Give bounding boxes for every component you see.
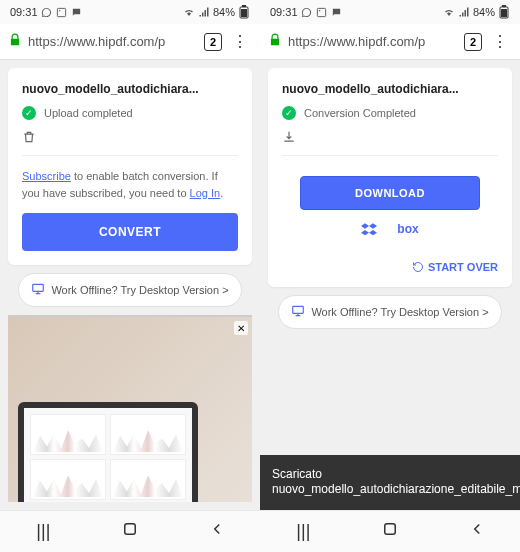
svg-rect-11 [502,5,506,7]
toast-text: Scaricato nuovo_modello_autodichiarazion… [272,467,520,498]
offline-pill[interactable]: Work Offline? Try Desktop Version > [278,295,501,329]
signal-icon [458,6,470,18]
upload-card: nuovo_modello_autodichiara... ✓ Upload c… [8,68,252,265]
chat-icon [331,6,343,18]
check-icon: ✓ [22,106,36,120]
start-over-button[interactable]: START OVER [282,261,498,273]
svg-rect-13 [385,524,396,535]
tab-count[interactable]: 2 [204,33,222,51]
url-text[interactable]: https://www.hipdf.com/p [288,34,458,49]
home-button[interactable] [370,520,410,543]
url-text[interactable]: https://www.hipdf.com/p [28,34,198,49]
content-area: nuovo_modello_autodichiara... ✓ Upload c… [0,60,260,510]
nav-bar: ||| [0,510,260,552]
svg-rect-3 [241,9,247,17]
svg-rect-10 [501,9,507,17]
phone-right: 09:31 84% htt [260,0,520,552]
offline-text: Work Offline? Try Desktop Version > [51,284,228,296]
battery-icon [238,6,250,18]
svg-point-8 [319,9,320,10]
browser-bar: https://www.hipdf.com/p 2 ⋮ [260,24,520,60]
status-time: 09:31 [10,6,38,18]
filename: nuovo_modello_autodichiara... [22,82,238,96]
chat-icon [71,6,83,18]
close-icon[interactable]: ✕ [234,321,248,335]
recent-apps-button[interactable]: ||| [283,521,323,542]
desktop-icon [291,304,305,320]
image-icon [316,6,328,18]
trash-icon[interactable] [22,130,238,147]
lock-icon [8,33,22,50]
wifi-icon [443,6,455,18]
image-icon [56,6,68,18]
subscribe-text: Subscribe to enable batch conversion. If… [22,168,238,201]
wifi-icon [183,6,195,18]
download-icon[interactable] [282,130,498,147]
divider [282,155,498,156]
home-button[interactable] [110,520,150,543]
lock-icon [268,33,282,50]
tab-count[interactable]: 2 [464,33,482,51]
signal-icon [198,6,210,18]
content-area: nuovo_modello_autodichiara... ✓ Conversi… [260,60,520,510]
battery-icon [498,6,510,18]
convert-button[interactable]: CONVERT [22,213,238,251]
conversion-card: nuovo_modello_autodichiara... ✓ Conversi… [268,68,512,287]
menu-icon[interactable]: ⋮ [228,32,252,51]
box-icon[interactable]: box [397,222,418,241]
download-button[interactable]: DOWNLOAD [300,176,480,210]
upload-status-text: Upload completed [44,107,133,119]
phone-left: 09:31 84% htt [0,0,260,552]
svg-rect-7 [317,8,325,16]
nav-bar: ||| [260,510,520,552]
status-time: 09:31 [270,6,298,18]
status-bar: 09:31 84% [0,0,260,24]
battery-percent: 84% [213,6,235,18]
offline-pill[interactable]: Work Offline? Try Desktop Version > [18,273,241,307]
download-toast: Scaricato nuovo_modello_autodichiarazion… [260,455,520,510]
conversion-status-text: Conversion Completed [304,107,416,119]
svg-rect-4 [242,5,246,7]
login-link[interactable]: Log In [190,187,221,199]
dropbox-icon[interactable] [361,222,377,241]
ad-area: ▸ ✕ [8,315,252,502]
back-button[interactable] [457,520,497,543]
svg-rect-6 [125,524,136,535]
menu-icon[interactable]: ⋮ [488,32,512,51]
svg-point-1 [59,9,60,10]
filename: nuovo_modello_autodichiara... [282,82,498,96]
svg-rect-0 [57,8,65,16]
divider [22,155,238,156]
svg-rect-5 [33,284,44,291]
svg-rect-12 [293,306,304,313]
whatsapp-icon [301,6,313,18]
whatsapp-icon [41,6,53,18]
check-icon: ✓ [282,106,296,120]
ad-image[interactable]: ✕ [8,317,252,502]
subscribe-link[interactable]: Subscribe [22,170,71,182]
browser-bar: https://www.hipdf.com/p 2 ⋮ [0,24,260,60]
recent-apps-button[interactable]: ||| [23,521,63,542]
desktop-icon [31,282,45,298]
battery-percent: 84% [473,6,495,18]
offline-text: Work Offline? Try Desktop Version > [311,306,488,318]
status-bar: 09:31 84% [260,0,520,24]
back-button[interactable] [197,520,237,543]
